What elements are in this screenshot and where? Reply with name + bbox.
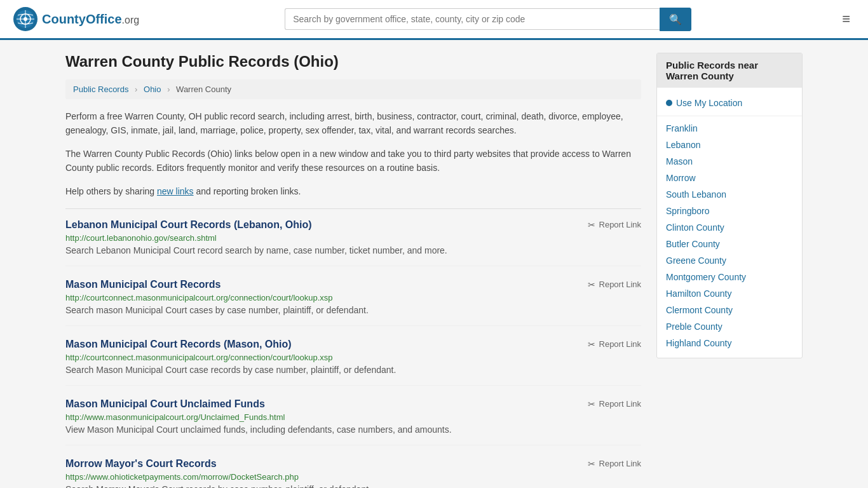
description-1: Perform a free Warren County, OH public … xyxy=(65,109,641,138)
record-title: Mason Municipal Court Records (Mason, Oh… xyxy=(65,339,292,350)
search-button[interactable]: 🔍 xyxy=(660,8,691,31)
header: CountyOffice.org 🔍 ≡ xyxy=(0,0,868,40)
report-label: Report Link xyxy=(599,339,641,349)
record-url: http://courtconnect.masonmunicipalcourt.… xyxy=(65,293,641,302)
new-links-link[interactable]: new links xyxy=(157,186,194,196)
sidebar-header: Public Records near Warren County xyxy=(657,53,802,88)
sidebar-city-link[interactable]: Morrow xyxy=(657,170,802,186)
report-link-btn[interactable]: ✂ Report Link xyxy=(588,220,641,230)
record-title: Mason Municipal Court Records xyxy=(65,279,220,290)
sidebar-county-link[interactable]: Hamilton County xyxy=(657,285,802,302)
logo-icon xyxy=(13,6,38,32)
record-link[interactable]: Morrow Mayor's Court Records xyxy=(65,458,217,469)
sidebar-city-link[interactable]: South Lebanon xyxy=(657,186,802,203)
report-icon: ✂ xyxy=(588,399,595,409)
breadcrumb-sep-1: › xyxy=(135,85,137,94)
description-2: The Warren County Public Records (Ohio) … xyxy=(65,147,641,175)
record-link[interactable]: Mason Municipal Court Unclaimed Funds xyxy=(65,398,265,409)
record-title-row: Morrow Mayor's Court Records ✂ Report Li… xyxy=(65,458,641,470)
record-link[interactable]: Mason Municipal Court Records (Mason, Oh… xyxy=(65,339,292,349)
breadcrumb-link-public-records[interactable]: Public Records xyxy=(73,85,128,94)
report-link-btn[interactable]: ✂ Report Link xyxy=(588,339,641,349)
record-url: https://www.ohioticketpayments.com/morro… xyxy=(65,472,641,482)
record-url: http://www.masonmunicipalcourt.org/Uncla… xyxy=(65,412,641,422)
record-title-row: Mason Municipal Court Records (Mason, Oh… xyxy=(65,339,641,350)
record-url: http://courtconnect.masonmunicipalcourt.… xyxy=(65,353,641,362)
record-desc: Search mason Municipal Court cases by ca… xyxy=(65,305,641,315)
sidebar-county-link[interactable]: Butler County xyxy=(657,236,802,252)
report-link-btn[interactable]: ✂ Report Link xyxy=(588,459,641,469)
record-title-row: Mason Municipal Court Records ✂ Report L… xyxy=(65,279,641,290)
logo-text: CountyOffice.org xyxy=(42,12,139,27)
sidebar-counties: Clinton CountyButler CountyGreene County… xyxy=(657,219,802,351)
sidebar-cities: FranklinLebanonMasonMorrowSouth LebanonS… xyxy=(657,120,802,219)
record-entry: Mason Municipal Court Unclaimed Funds ✂ … xyxy=(65,398,641,445)
sidebar-county-link[interactable]: Greene County xyxy=(657,252,802,269)
breadcrumb-sep-2: › xyxy=(167,85,170,94)
record-title-row: Mason Municipal Court Unclaimed Funds ✂ … xyxy=(65,398,641,410)
record-title-row: Lebanon Municipal Court Records (Lebanon… xyxy=(65,219,641,231)
sidebar-city-link[interactable]: Franklin xyxy=(657,120,802,137)
sidebar-city-link[interactable]: Lebanon xyxy=(657,137,802,153)
sidebar-city-link[interactable]: Springboro xyxy=(657,203,802,219)
breadcrumb: Public Records › Ohio › Warren County xyxy=(65,79,641,99)
sidebar-county-link[interactable]: Clinton County xyxy=(657,219,802,236)
records-list: Lebanon Municipal Court Records (Lebanon… xyxy=(65,219,641,488)
report-label: Report Link xyxy=(599,220,641,229)
content-area: Warren County Public Records (Ohio) Publ… xyxy=(65,53,641,488)
record-entry: Lebanon Municipal Court Records (Lebanon… xyxy=(65,219,641,266)
main-container: Warren County Public Records (Ohio) Publ… xyxy=(53,40,815,488)
use-location-button[interactable]: Use My Location xyxy=(657,94,802,116)
record-desc: View Mason Municipal Court unclaimed fun… xyxy=(65,424,641,435)
breadcrumb-link-ohio[interactable]: Ohio xyxy=(144,85,161,94)
report-icon: ✂ xyxy=(588,220,595,230)
record-title: Morrow Mayor's Court Records xyxy=(65,458,217,470)
sidebar-county-link[interactable]: Montgomery County xyxy=(657,269,802,285)
sidebar-county-link[interactable]: Clermont County xyxy=(657,302,802,318)
record-link[interactable]: Mason Municipal Court Records xyxy=(65,279,220,290)
svg-point-5 xyxy=(24,17,27,21)
sidebar-county-link[interactable]: Preble County xyxy=(657,318,802,335)
report-icon: ✂ xyxy=(588,280,595,290)
use-location-label: Use My Location xyxy=(676,98,742,108)
record-desc: Search Mason Municipal Court case record… xyxy=(65,365,641,375)
record-desc: Search Morrow Mayor's Court records by c… xyxy=(65,484,641,488)
report-label: Report Link xyxy=(599,399,641,409)
report-label: Report Link xyxy=(599,280,641,289)
record-title: Mason Municipal Court Unclaimed Funds xyxy=(65,398,265,410)
report-link-btn[interactable]: ✂ Report Link xyxy=(588,280,641,290)
report-link-btn[interactable]: ✂ Report Link xyxy=(588,399,641,409)
report-icon: ✂ xyxy=(588,339,595,349)
report-label: Report Link xyxy=(599,459,641,468)
search-icon: 🔍 xyxy=(669,14,682,25)
help-text: Help others by sharing new links and rep… xyxy=(65,184,641,198)
sidebar-content: Use My Location FranklinLebanonMasonMorr… xyxy=(657,88,802,358)
logo: CountyOffice.org xyxy=(13,6,139,32)
hamburger-icon: ≡ xyxy=(842,11,850,27)
record-link[interactable]: Lebanon Municipal Court Records (Lebanon… xyxy=(65,219,312,230)
sidebar-county-link[interactable]: Highland County xyxy=(657,335,802,351)
report-icon: ✂ xyxy=(588,459,595,469)
location-icon xyxy=(666,100,672,106)
breadcrumb-current: Warren County xyxy=(176,85,231,94)
sidebar: Public Records near Warren County Use My… xyxy=(656,53,803,488)
record-entry: Morrow Mayor's Court Records ✂ Report Li… xyxy=(65,458,641,488)
record-entry: Mason Municipal Court Records (Mason, Oh… xyxy=(65,339,641,386)
search-bar: 🔍 xyxy=(285,8,691,31)
record-entry: Mason Municipal Court Records ✂ Report L… xyxy=(65,279,641,326)
record-title: Lebanon Municipal Court Records (Lebanon… xyxy=(65,219,312,231)
menu-button[interactable]: ≡ xyxy=(837,8,855,30)
search-input[interactable] xyxy=(285,8,660,30)
page-title: Warren County Public Records (Ohio) xyxy=(65,53,641,71)
sidebar-box: Public Records near Warren County Use My… xyxy=(656,53,803,358)
sidebar-city-link[interactable]: Mason xyxy=(657,153,802,170)
record-url: http://court.lebanonohio.gov/search.shtm… xyxy=(65,233,641,243)
divider xyxy=(65,208,641,209)
record-desc: Search Lebanon Municipal Court record se… xyxy=(65,245,641,255)
